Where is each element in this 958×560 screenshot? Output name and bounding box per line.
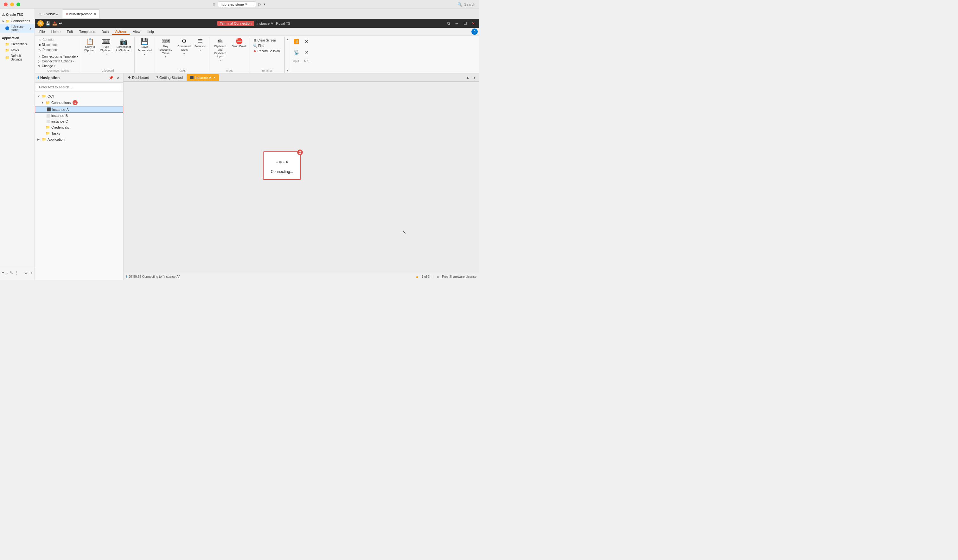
close-window-button[interactable]: ✕ — [470, 20, 476, 27]
find-button[interactable]: 🔍 Find — [251, 43, 283, 48]
connections-tree-chevron: ▼ — [41, 101, 44, 104]
save-screenshot-button[interactable]: 💾 SaveScreenshot ▾ — [136, 37, 154, 57]
selection-button[interactable]: ☰ Selection ▾ — [193, 37, 208, 54]
mac-maximize-button[interactable] — [16, 3, 20, 6]
tree-item-instance-c[interactable]: ⬜ instance-C — [35, 119, 123, 124]
nav-info-icon: ℹ — [37, 76, 39, 80]
tree-item-tasks[interactable]: 📁 Tasks — [35, 130, 123, 136]
restore-window-button[interactable]: ⧉ — [446, 20, 452, 27]
minimize-window-button[interactable]: ─ — [454, 20, 460, 27]
tab-hub-step-stone[interactable]: ✕ hub-step-stone ✕ — [62, 10, 100, 18]
sidebar-item-connections[interactable]: ▶ 📁 Connections — [0, 18, 35, 24]
save-icon[interactable]: 💾 — [46, 21, 50, 25]
dropdown-arrow[interactable]: ▾ — [245, 2, 247, 6]
clipboard-keyboard-button[interactable]: 🖮 Clipboardand KeyboardInput ▾ — [211, 37, 230, 63]
tree-item-oci[interactable]: ▼ 📁 OCI — [35, 93, 123, 99]
tab-close-icon[interactable]: ✕ — [94, 12, 96, 16]
instance-a-icon: ⬛ — [46, 107, 51, 111]
search-label[interactable]: Search — [464, 3, 475, 6]
tab-overview[interactable]: ⊞ Overview — [36, 10, 62, 18]
connect-options-button[interactable]: ▷ Connect with Options ▾ — [37, 59, 79, 63]
menu-actions[interactable]: Actions — [112, 29, 130, 35]
screenshot-to-clipboard-button[interactable]: 📷 Screenshotto Clipboard — [114, 37, 133, 54]
tree-item-instance-a[interactable]: ⬛ instance-A — [35, 106, 123, 113]
nav-close-button[interactable]: ✕ — [116, 75, 121, 81]
menu-view[interactable]: View — [130, 29, 144, 35]
undo-icon[interactable]: ↩ — [59, 21, 62, 25]
menu-help[interactable]: Help — [144, 29, 157, 35]
clear-screen-button[interactable]: 🖥 Clear Screen — [251, 38, 283, 43]
tab-more-arrow[interactable]: ▼ — [471, 75, 478, 80]
dot-3 — [283, 162, 284, 163]
record-session-button[interactable]: ⏺ Record Session — [251, 49, 283, 54]
help-button[interactable]: ? — [471, 29, 478, 35]
inner-tab-getting-started[interactable]: ? Getting Started — [153, 74, 186, 81]
tree-item-connections[interactable]: ▼ 📁 Connections 1 — [35, 99, 123, 106]
tasks-group-label: Tasks — [156, 68, 208, 73]
sidebar-edit-icon[interactable]: ✎ — [10, 271, 13, 275]
nav-pin-button[interactable]: 📌 — [108, 75, 114, 81]
ribbon-scroll-controls: ▲ ▼ — [284, 37, 291, 73]
sidebar-play-icon[interactable]: ▷ — [30, 271, 33, 275]
sidebar-unpin-icon[interactable]: ▲ — [29, 27, 32, 30]
inner-tab-dashboard[interactable]: ⊕ Dashboard — [125, 74, 152, 81]
sidebar-item-hub-step-stone[interactable]: 🔵 hub-step-stone ▲ — [0, 24, 35, 33]
copy-to-clipboard-button[interactable]: 📋 Copy toClipboard ▾ — [82, 37, 98, 57]
input-more-button[interactable]: 📶 — [292, 38, 301, 48]
mo-more-button[interactable]: ✕ — [302, 38, 311, 48]
sidebar-add-icon[interactable]: + — [2, 271, 4, 275]
clear-screen-icon: 🖥 — [253, 39, 256, 42]
connections-tree-label: Connections — [51, 101, 71, 105]
send-break-button[interactable]: ⛔ Send Break — [230, 37, 248, 54]
sidebar-item-default-settings[interactable]: 📁 Default Settings — [0, 53, 35, 62]
menu-edit[interactable]: Edit — [64, 29, 76, 35]
ribbon-scroll-up[interactable]: ▲ — [286, 37, 289, 41]
export-icon[interactable]: 📤 — [52, 21, 57, 25]
instance-a-tab-icon: ⬛ — [190, 76, 194, 79]
menu-templates[interactable]: Templates — [76, 29, 98, 35]
status-dot-icon: ● — [416, 274, 419, 279]
sidebar-section-oracle-tsx[interactable]: ⚠ Oracle TSX — [0, 11, 35, 18]
connect-template-button[interactable]: ▷ Connect using Template ▾ — [37, 54, 79, 59]
computer-name-dropdown[interactable]: hub-step-stone — [221, 3, 244, 6]
status-bar: ℹ 07:59:55 Connecting to "instance-A" ● … — [124, 273, 479, 280]
inner-tab-instance-a[interactable]: ⬛ instance-A ✕ — [187, 74, 219, 81]
tree-item-credentials[interactable]: 📁 Credentials — [35, 124, 123, 130]
maximize-window-button[interactable]: ☐ — [462, 20, 468, 27]
play-dropdown-arrow[interactable]: ▾ — [263, 2, 265, 6]
tree-item-application[interactable]: ▶ 📁 Application — [35, 136, 123, 142]
command-tasks-button[interactable]: ⚙ CommandTasks ▾ — [176, 37, 192, 56]
extra-btn-2[interactable]: ✕ — [302, 49, 311, 58]
sidebar-item-credentials[interactable]: 📁 Credentials — [0, 41, 35, 47]
extra-btn-1[interactable]: 📡 — [292, 49, 301, 58]
mouse-cursor: ↖ — [402, 229, 406, 235]
sidebar-bookmark-icon[interactable]: ☆ — [24, 271, 28, 275]
toolbar-icon-1[interactable]: ⊞ — [213, 2, 216, 6]
menu-data[interactable]: Data — [98, 29, 112, 35]
type-clipboard-button[interactable]: ⌨ TypeClipboard ▾ — [98, 37, 114, 57]
ribbon-scroll-down[interactable]: ▼ — [286, 69, 289, 72]
tree-item-instance-b[interactable]: ⬜ instance-B — [35, 113, 123, 119]
key-sequence-tasks-button[interactable]: ⌨ Key SequenceTasks ▾ — [156, 37, 175, 59]
reconnect-button[interactable]: ▷ Reconnect — [37, 48, 79, 52]
connect-label: Connect — [43, 38, 54, 41]
instance-a-tab-close[interactable]: ✕ — [213, 76, 216, 79]
tab-collapse-arrow[interactable]: ▲ — [465, 75, 471, 80]
menu-file[interactable]: File — [36, 29, 48, 35]
change-arrow: ▾ — [54, 65, 56, 67]
sidebar-down-icon[interactable]: ↓ — [6, 271, 8, 275]
oracle-tsx-label: Oracle TSX — [6, 13, 23, 16]
selection-icon: ☰ — [198, 38, 203, 44]
sidebar-more-icon[interactable]: ⋮ — [15, 271, 19, 275]
default-settings-folder-icon: 📁 — [5, 56, 10, 60]
nav-search-input[interactable] — [37, 84, 121, 90]
change-button[interactable]: ✎ Change ▾ — [37, 63, 79, 68]
mac-close-button[interactable] — [4, 3, 8, 6]
disconnect-button[interactable]: ■ Disconnect — [37, 43, 79, 47]
oci-label: OCI — [48, 94, 54, 98]
play-icon[interactable]: ▷ — [259, 2, 261, 6]
mac-minimize-button[interactable] — [10, 3, 14, 6]
menu-home[interactable]: Home — [48, 29, 64, 35]
send-break-label: Send Break — [232, 44, 247, 48]
sidebar-item-tasks[interactable]: 📁 Tasks — [0, 47, 35, 53]
